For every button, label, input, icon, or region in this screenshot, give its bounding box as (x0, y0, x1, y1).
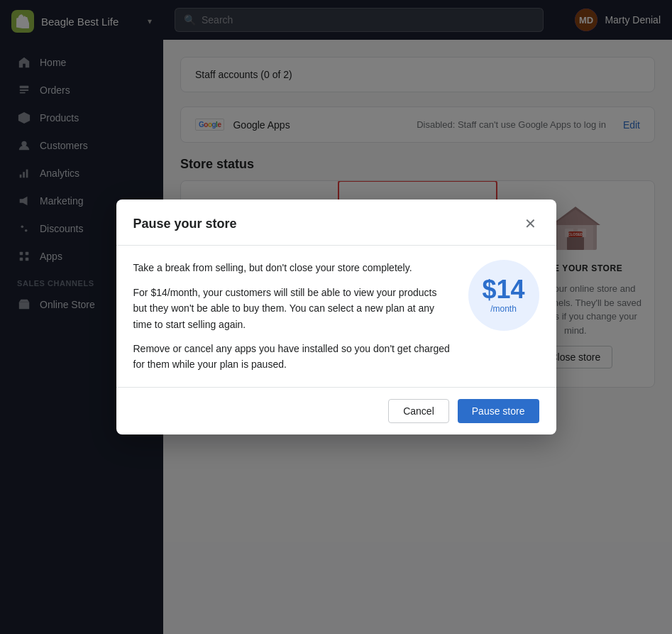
modal-overlay: Pause your store ✕ Take a break from sel… (0, 0, 672, 634)
price-badge: $14 /month (468, 260, 539, 331)
modal-paragraph-2: For $14/month, your customers will still… (133, 285, 451, 332)
pause-store-modal: Pause your store ✕ Take a break from sel… (116, 200, 556, 434)
modal-title: Pause your store (133, 217, 237, 231)
price-number: 14 (496, 275, 524, 304)
modal-paragraph-1: Take a break from selling, but don't clo… (133, 260, 451, 275)
modal-footer: Cancel Pause store (116, 387, 556, 434)
price-amount: $14 (482, 277, 524, 302)
modal-close-button[interactable]: ✕ (522, 214, 539, 234)
modal-pause-button[interactable]: Pause store (458, 399, 539, 423)
modal-header: Pause your store ✕ (116, 200, 556, 246)
modal-text: Take a break from selling, but don't clo… (133, 260, 451, 372)
price-period: /month (490, 304, 517, 314)
modal-cancel-button[interactable]: Cancel (388, 399, 449, 423)
modal-body: Take a break from selling, but don't clo… (116, 246, 556, 386)
price-symbol: $ (482, 275, 496, 304)
modal-paragraph-3: Remove or cancel any apps you have insta… (133, 341, 451, 373)
